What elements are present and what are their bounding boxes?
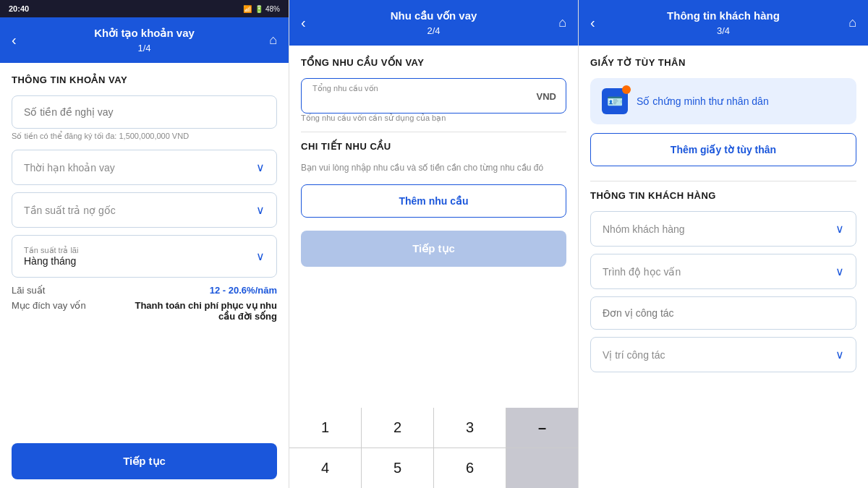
interest-freq-value: Hàng tháng	[24, 255, 78, 267]
chevron-down-icon-3: ∨	[256, 249, 265, 263]
chi-tiet-hint: Bạn vui lòng nhập nhu cầu và số tiền cần…	[301, 162, 566, 174]
panel3-content: GIẤY TỜ TÙY THÂN 🪪 Số chứng minh thư nhâ…	[579, 46, 868, 488]
tong-nhu-cau-label: Tổng nhu cầu vốn	[312, 84, 378, 93]
numpad-1[interactable]: 1	[289, 408, 361, 448]
chevron-down-icon-2: ∨	[256, 203, 265, 217]
principal-frequency-select[interactable]: Tần suất trả nợ gốc ∨	[12, 192, 277, 228]
id-card-icon: 🪪	[602, 88, 628, 114]
interest-frequency-select[interactable]: Tần suất trả lãi Hàng tháng ∨	[12, 235, 277, 278]
status-icons: 📶 🔋 48%	[243, 5, 280, 13]
muc-dich-row: Mục đích vay vốn Thanh toán chi phí phục…	[12, 300, 277, 322]
id-card-badge	[622, 85, 631, 94]
numpad-dash[interactable]: –	[506, 408, 578, 448]
panel3-home-button[interactable]: ⌂	[839, 15, 856, 30]
divider-1	[301, 132, 566, 132]
panel3-back-button[interactable]: ‹	[590, 14, 608, 31]
education-level-label: Trình độ học vấn	[603, 266, 681, 278]
id-card-item[interactable]: 🪪 Số chứng minh thư nhân dân	[590, 78, 856, 124]
chevron-down-icon-5: ∨	[835, 265, 844, 278]
chevron-down-icon-4: ∨	[835, 222, 844, 236]
section-title-loan-info: THÔNG TIN KHOẢN VAY	[12, 74, 277, 85]
loan-amount-input[interactable]	[12, 95, 277, 129]
chevron-down-icon-6: ∨	[835, 348, 844, 361]
battery-icon: 🔋 48%	[255, 5, 280, 13]
loan-amount-hint: Số tiền có thể đăng ký tối đa: 1,500,000…	[12, 132, 277, 141]
education-level-select[interactable]: Trình độ học vấn ∨	[590, 254, 856, 289]
panel3-header: ‹ Thông tin khách hàng3/4 ⌂	[579, 0, 868, 46]
tong-nhu-cau-section-title: TỔNG NHU CẦU VỐN VAY	[301, 57, 566, 68]
giay-to-section-title: GIẤY TỜ TÙY THÂN	[590, 57, 856, 68]
network-icon: 📶	[243, 5, 252, 13]
work-position-select[interactable]: Vị trí công tác ∨	[590, 337, 856, 372]
panel3-title: Thông tin khách hàng3/4	[608, 9, 839, 37]
panel2-title: Nhu cầu vốn vay2/4	[318, 9, 549, 37]
add-id-doc-button[interactable]: Thêm giấy tờ tùy thân	[590, 133, 856, 166]
panel1-title: Khởi tạo khoản vay1/4	[29, 26, 260, 54]
numpad-3[interactable]: 3	[434, 408, 506, 448]
numpad: 1 2 3 – 4 5 6	[289, 408, 578, 488]
lai-suat-value: 12 - 20.6%/năm	[210, 285, 277, 296]
panel2-back-button[interactable]: ‹	[301, 14, 318, 31]
customer-group-select[interactable]: Nhóm khách hàng ∨	[590, 211, 856, 247]
vnd-suffix: VND	[537, 90, 556, 101]
panel1-continue-button[interactable]: Tiếp tục	[12, 443, 277, 479]
numpad-4[interactable]: 4	[289, 448, 361, 488]
panel1-header: ‹ Khởi tạo khoản vay1/4 ⌂	[0, 17, 289, 63]
id-card-symbol: 🪪	[607, 93, 623, 109]
tong-nhu-cau-input-wrap: Tổng nhu cầu vốn VND	[301, 78, 566, 114]
numpad-empty	[506, 448, 578, 488]
loan-term-select[interactable]: Thời hạn khoản vay ∨	[12, 150, 277, 185]
status-time: 20:40	[9, 4, 29, 13]
interest-freq-sublabel: Tần suất trả lãi	[24, 246, 78, 255]
status-bar: 20:40 📶 🔋 48%	[0, 0, 289, 17]
back-button[interactable]: ‹	[12, 32, 29, 48]
divider-2	[590, 181, 856, 181]
chevron-down-icon: ∨	[256, 160, 265, 174]
panel2-header: ‹ Nhu cầu vốn vay2/4 ⌂	[289, 0, 578, 46]
numpad-5[interactable]: 5	[362, 448, 433, 488]
principal-frequency-label: Tần suất trả nợ gốc	[24, 205, 116, 216]
panel2-home-button[interactable]: ⌂	[549, 15, 566, 30]
customer-info-section-title: THÔNG TIN KHÁCH HÀNG	[590, 190, 856, 201]
customer-group-label: Nhóm khách hàng	[603, 223, 685, 235]
lai-suat-label: Lãi suất	[12, 285, 45, 296]
panel-2-capital-needs: ‹ Nhu cầu vốn vay2/4 ⌂ TỔNG NHU CẦU VỐN …	[289, 0, 579, 488]
tong-nhu-cau-hint: Tổng nhu cầu vốn cần sử dụng của bạn	[301, 114, 566, 123]
numpad-2[interactable]: 2	[362, 408, 433, 448]
home-button[interactable]: ⌂	[260, 33, 277, 48]
loan-term-label: Thời hạn khoản vay	[24, 162, 115, 174]
panel2-continue-button[interactable]: Tiếp tục	[301, 231, 566, 267]
add-need-button[interactable]: Thêm nhu cầu	[301, 184, 566, 218]
panel1-footer: Tiếp tục	[0, 429, 289, 488]
panel-1-loan-creation: 20:40 📶 🔋 48% ‹ Khởi tạo khoản vay1/4 ⌂ …	[0, 0, 289, 488]
lai-suat-row: Lãi suất 12 - 20.6%/năm	[12, 285, 277, 296]
muc-dich-value: Thanh toán chi phí phục vụ nhu cầu đời s…	[131, 300, 277, 322]
panel2-content: TỔNG NHU CẦU VỐN VAY Tổng nhu cầu vốn VN…	[289, 46, 578, 408]
panel-3-customer-info: ‹ Thông tin khách hàng3/4 ⌂ GIẤY TỜ TÙY …	[579, 0, 868, 488]
id-card-label: Số chứng minh thư nhân dân	[637, 95, 769, 107]
chi-tiet-section-title: CHI TIẾT NHU CẦU	[301, 141, 566, 152]
work-unit-input[interactable]	[590, 296, 856, 330]
work-position-label: Vị trí công tác	[603, 349, 665, 361]
panel1-content: THÔNG TIN KHOẢN VAY Số tiền có thể đăng …	[0, 63, 289, 429]
numpad-6[interactable]: 6	[434, 448, 506, 488]
muc-dich-label: Mục đích vay vốn	[12, 300, 86, 311]
